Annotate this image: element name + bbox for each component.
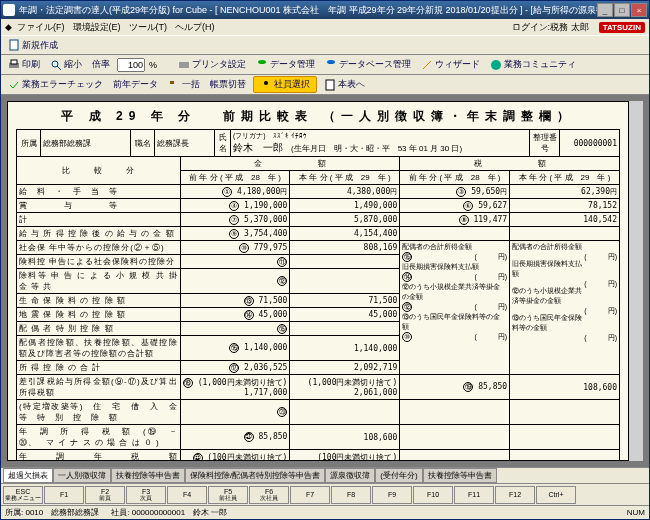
toolbar-3: 業務エラーチェック 前年データ 一括 帳票切替 社員選択 本表へ (1, 75, 649, 95)
app-icon (3, 4, 15, 16)
cell: 808,169 (290, 241, 400, 255)
zoom-input[interactable] (117, 58, 145, 72)
doc-title: 平 成 29 年 分 前期比較表 （一人別徴収簿・年末調整欄） (16, 108, 620, 125)
community-button[interactable]: 業務コミュニティ (487, 57, 579, 72)
maximize-button[interactable]: □ (614, 3, 630, 17)
cell: ③ 59,650円 (400, 185, 510, 199)
fkey-f1[interactable]: F1 (44, 486, 84, 504)
cell: ④ 1,190,000 (180, 199, 290, 213)
table-row: (特定増改築等) 住 宅 借 入 金 等 特 別 控 除 額⑳ (17, 400, 620, 425)
cell: 1,490,000 (290, 199, 400, 213)
row-label: 給 与 所 得 控 除 後 の 給 与 の 金 額 (17, 227, 181, 241)
fkey-f12[interactable]: F12 (495, 486, 535, 504)
statusbar: 所属: 0010 総務部総務課 社員: 000000000001 鈴木 一郎 N… (1, 505, 649, 519)
wizard-button[interactable]: ウィザード (418, 57, 483, 72)
table-row: 年 調 年 税 額 ( ㉑ × １０２.１％ )㉒ (100円未満切り捨て) 8… (17, 450, 620, 462)
table-row: 年 調 所 得 税 額 (⑲ － ⑳、 マ イ ナ ス の 場 合 は ０ )㉑… (17, 425, 620, 450)
form-tab[interactable]: 保険料控除/配偶者特別控除等申告書 (185, 468, 325, 483)
cell: ⑩ 779,975 (180, 241, 290, 255)
form-tab[interactable]: 扶養控除等申告書 (111, 468, 185, 483)
cell (510, 450, 620, 462)
col-curr2: 本 年 分 ( 平 成 29 年 ) (510, 171, 620, 185)
col-prev2: 前 年 分 ( 平 成 28 年 ) (400, 171, 510, 185)
col-kingaku: 金 額 (180, 157, 400, 171)
menu-help[interactable]: ヘルプ(H) (172, 21, 218, 34)
svg-rect-0 (10, 40, 18, 50)
table-row: 賞 与 等④ 1,190,0001,490,000⑥ 59,62778,152 (17, 199, 620, 213)
menu-tool[interactable]: ツール(T) (126, 21, 171, 34)
close-button[interactable]: × (631, 3, 647, 17)
hammer-icon (168, 79, 180, 91)
cell (510, 227, 620, 241)
form-tab[interactable]: (受付年分) (375, 468, 422, 483)
cell: 108,600 (510, 375, 620, 400)
globe-icon (490, 59, 502, 71)
fkey-f11[interactable]: F11 (454, 486, 494, 504)
prevyear-button[interactable]: 前年データ (110, 77, 161, 92)
new-icon (8, 39, 20, 51)
sheet-icon (324, 79, 336, 91)
form-tabs: 超過欠損表一人別徴収簿扶養控除等申告書保険料控除/配偶者特別控除等申告書源泉徴収… (1, 467, 649, 483)
cell: (100円未満切り捨て) 110,800 (290, 450, 400, 462)
col-ku: 比 較 分 (17, 157, 181, 185)
errcheck-button[interactable]: 業務エラーチェック (5, 77, 106, 92)
fkey-f5[interactable]: F5前社員 (208, 486, 248, 504)
pos-value: 総務課長 (155, 130, 215, 157)
main-sheet-button[interactable]: 本表へ (321, 77, 368, 92)
data-mgmt-button[interactable]: データ管理 (253, 57, 318, 72)
fkey-f6[interactable]: F6次社員 (249, 486, 289, 504)
function-keys: ESC業務メニューF1F2前頁F3次頁F4F5前社員F6次社員F7F8F9F10… (1, 483, 649, 505)
minimize-button[interactable]: _ (597, 3, 613, 17)
col-prev1: 前 年 分 ( 平 成 28 年 ) (180, 171, 290, 185)
svg-rect-2 (11, 60, 17, 64)
new-button[interactable]: 新規作成 (5, 38, 61, 53)
emp-select-button[interactable]: 社員選択 (253, 76, 317, 93)
col-curr1: 本 年 分 ( 平 成 29 年 ) (290, 171, 400, 185)
app-small-icon: ◆ (5, 22, 12, 32)
row-label: 配 偶 者 特 別 控 除 額 (17, 322, 181, 336)
table-row: 給 料 ・ 手 当 等① 4,180,000円4,380,000円③ 59,65… (17, 185, 620, 199)
fkey-f10[interactable]: F10 (413, 486, 453, 504)
fkey-f4[interactable]: F4 (167, 486, 207, 504)
svg-point-7 (327, 60, 335, 64)
sect-value: 総務部総務課 (41, 130, 131, 157)
row-label: 生 命 保 険 料 の 控 除 額 (17, 294, 181, 308)
menu-env[interactable]: 環境設定(E) (70, 21, 124, 34)
row-label: 差引課税給与所得金額(⑨-⑰)及び算出所得税額 (17, 375, 181, 400)
fkey-f9[interactable]: F9 (372, 486, 412, 504)
batch-button[interactable]: 一括 (165, 77, 203, 92)
fkey-f3[interactable]: F3次頁 (126, 486, 166, 504)
toolbar-1: 新規作成 (1, 35, 649, 55)
cell: ① 4,180,000円 (180, 185, 290, 199)
cell: 140,542 (510, 213, 620, 227)
scrollbar[interactable] (629, 101, 643, 461)
printer-icon (178, 59, 190, 71)
row-label: 配偶者控除額、扶養控除額、基礎控除額及び障害者等の控除額の合計額 (17, 336, 181, 361)
form-tab[interactable]: 一人別徴収簿 (53, 468, 111, 483)
fkey-f8[interactable]: F8 (331, 486, 371, 504)
cell: (1,000円未満切り捨て) 2,061,000 (290, 375, 400, 400)
fkey-f2[interactable]: F2前頁 (85, 486, 125, 504)
form-tab[interactable]: 扶養控除等申告書 (423, 468, 497, 483)
zoom-out-icon (50, 59, 62, 71)
form-tab[interactable]: 源泉徴収簿 (325, 468, 375, 483)
cell (510, 400, 620, 425)
fkey-ctrl+[interactable]: Ctrl+ (536, 486, 576, 504)
form-switch-button[interactable]: 帳票切替 (207, 77, 249, 92)
form-tab[interactable]: 超過欠損表 (3, 468, 53, 483)
cell: ⑲ 85,850 (400, 375, 510, 400)
printer-settings-button[interactable]: プリンタ設定 (175, 57, 249, 72)
fkey-esc[interactable]: ESC業務メニュー (3, 486, 43, 504)
cell (400, 450, 510, 462)
seiri-label: 整理番号 (530, 130, 560, 157)
cell (290, 322, 400, 336)
cell: ⑭ 45,000 (180, 308, 290, 322)
cell: 4,380,000円 (290, 185, 400, 199)
db-mgmt-button[interactable]: データベース管理 (322, 57, 414, 72)
zoom-out-button[interactable]: 縮小 (47, 57, 85, 72)
sect-label: 所属 (17, 130, 41, 157)
print-button[interactable]: 印刷 (5, 57, 43, 72)
zoom-pct: % (149, 60, 157, 70)
menu-file[interactable]: ファイル(F) (14, 21, 68, 34)
fkey-f7[interactable]: F7 (290, 486, 330, 504)
